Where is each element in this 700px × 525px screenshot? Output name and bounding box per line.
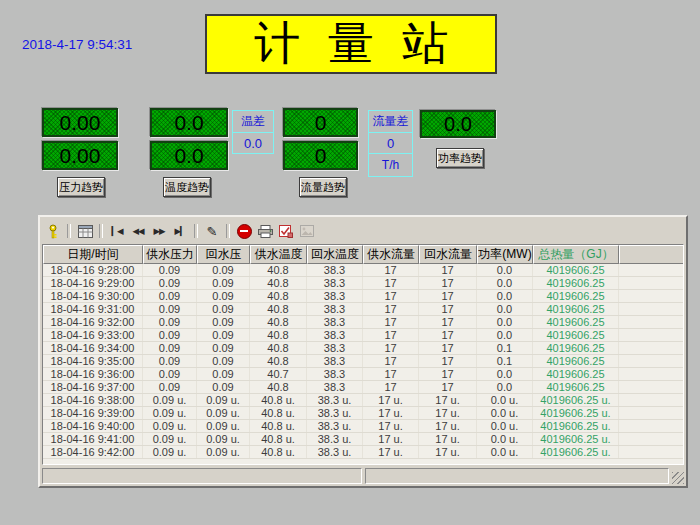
table-row[interactable]: 18-04-16 9:35:000.090.0940.838.317170.14… <box>43 355 683 368</box>
table-cell: 17 <box>363 303 419 315</box>
table-row[interactable]: 18-04-16 9:36:000.090.0940.738.317170.04… <box>43 368 683 381</box>
table-cell: 40.8 u. <box>250 446 307 458</box>
image-icon[interactable] <box>298 223 316 239</box>
table-cell: 0.09 <box>143 342 197 354</box>
table-cell: 38.3 <box>307 381 363 393</box>
table-cell: 0.09 u. <box>143 394 197 406</box>
table-row[interactable]: 18-04-16 9:28:000.090.0940.838.317170.04… <box>43 264 683 277</box>
table-cell: 18-04-16 9:37:00 <box>43 381 143 393</box>
row-filler <box>619 342 683 354</box>
grid-view-icon[interactable] <box>76 223 94 239</box>
table-row[interactable]: 18-04-16 9:38:000.09 u.0.09 u.40.8 u.38.… <box>43 394 683 407</box>
header-cell: 总热量（GJ） <box>533 245 619 264</box>
table-cell: 0.0 <box>477 381 533 393</box>
flow-diff-unit: T/h <box>368 153 413 177</box>
table-cell: 18-04-16 9:30:00 <box>43 290 143 302</box>
power-trend-button[interactable]: 功率趋势 <box>436 148 484 168</box>
toolbar-separator <box>194 224 198 238</box>
first-record-icon[interactable]: ▎◀ <box>108 223 126 239</box>
table-cell: 40.8 u. <box>250 433 307 445</box>
table-cell: 17 u. <box>363 433 419 445</box>
table-cell: 17 u. <box>419 394 477 406</box>
table-cell: 40.8 <box>250 316 307 328</box>
table-row[interactable]: 18-04-16 9:33:000.090.0940.838.317170.04… <box>43 329 683 342</box>
table-cell: 0.09 <box>143 355 197 367</box>
table-cell: 18-04-16 9:32:00 <box>43 316 143 328</box>
table-cell: 0.09 <box>143 303 197 315</box>
table-row[interactable]: 18-04-16 9:39:000.09 u.0.09 u.40.8 u.38.… <box>43 407 683 420</box>
table-cell: 4019606.25 <box>533 342 619 354</box>
table-row[interactable]: 18-04-16 9:32:000.090.0940.838.317170.04… <box>43 316 683 329</box>
return-temperature-display: 0.0 <box>150 141 228 170</box>
table-row[interactable]: 18-04-16 9:30:000.090.0940.838.317170.04… <box>43 290 683 303</box>
table-cell: 18-04-16 9:31:00 <box>43 303 143 315</box>
temperature-trend-button[interactable]: 温度趋势 <box>163 177 211 197</box>
table-cell: 38.3 u. <box>307 420 363 432</box>
table-cell: 0.09 <box>143 277 197 289</box>
resize-grip-icon[interactable] <box>672 472 684 484</box>
table-cell: 17 u. <box>419 433 477 445</box>
status-pane-left <box>42 468 362 484</box>
printer-icon[interactable] <box>256 223 274 239</box>
table-cell: 38.3 <box>307 264 363 276</box>
table-cell: 0.0 <box>477 316 533 328</box>
fast-backward-icon[interactable]: ◀◀ <box>129 223 147 239</box>
row-filler <box>619 381 683 393</box>
table-row[interactable]: 18-04-16 9:41:000.09 u.0.09 u.40.8 u.38.… <box>43 433 683 446</box>
table-cell: 40.7 <box>250 368 307 380</box>
table-cell: 38.3 <box>307 277 363 289</box>
last-record-icon[interactable]: ▶▎ <box>171 223 189 239</box>
table-cell: 18-04-16 9:34:00 <box>43 342 143 354</box>
table-cell: 18-04-16 9:39:00 <box>43 407 143 419</box>
supply-temperature-display: 0.0 <box>150 108 228 137</box>
grid-body: 18-04-16 9:28:000.090.0940.838.317170.04… <box>43 264 683 459</box>
key-icon[interactable] <box>44 223 62 239</box>
table-cell: 17 <box>419 277 477 289</box>
table-cell: 17 <box>419 290 477 302</box>
table-toolbar: ▎◀ ◀◀ ▶▶ ▶▎ ✎ <box>40 217 686 243</box>
table-cell: 40.8 <box>250 329 307 341</box>
table-cell: 17 u. <box>419 446 477 458</box>
stop-icon[interactable] <box>235 223 253 239</box>
header-cell: 供水温度 <box>250 245 307 264</box>
table-cell: 0.0 u. <box>477 394 533 406</box>
row-filler <box>619 329 683 341</box>
records-grid: 日期/时间供水压力回水压供水温度回水温度供水流量回水流量功率(MW)总热量（GJ… <box>42 244 684 465</box>
supply-flow-display: 0 <box>283 108 358 137</box>
temp-diff-label: 温差 <box>232 110 274 133</box>
table-cell: 18-04-16 9:38:00 <box>43 394 143 406</box>
table-row[interactable]: 18-04-16 9:40:000.09 u.0.09 u.40.8 u.38.… <box>43 420 683 433</box>
table-cell: 38.3 <box>307 368 363 380</box>
table-cell: 4019606.25 u. <box>533 407 619 419</box>
table-row[interactable]: 18-04-16 9:42:000.09 u.0.09 u.40.8 u.38.… <box>43 446 683 459</box>
table-row[interactable]: 18-04-16 9:34:000.090.0940.838.317170.14… <box>43 342 683 355</box>
table-cell: 0.09 <box>143 368 197 380</box>
table-cell: 0.09 <box>143 329 197 341</box>
table-cell: 0.09 <box>197 290 250 302</box>
table-cell: 18-04-16 9:36:00 <box>43 368 143 380</box>
table-row[interactable]: 18-04-16 9:29:000.090.0940.838.317170.04… <box>43 277 683 290</box>
fast-forward-icon[interactable]: ▶▶ <box>150 223 168 239</box>
status-bar <box>40 467 686 486</box>
table-cell: 0.0 <box>477 277 533 289</box>
table-cell: 4019606.25 u. <box>533 394 619 406</box>
table-cell: 40.8 <box>250 277 307 289</box>
pressure-trend-button[interactable]: 压力趋势 <box>57 177 105 197</box>
header-cell: 日期/时间 <box>43 245 143 264</box>
row-filler <box>619 446 683 458</box>
flow-trend-button[interactable]: 流量趋势 <box>299 177 347 197</box>
table-cell: 0.09 <box>143 290 197 302</box>
pencil-icon[interactable]: ✎ <box>203 223 221 239</box>
table-row[interactable]: 18-04-16 9:37:000.090.0940.838.317170.04… <box>43 381 683 394</box>
return-flow-display: 0 <box>283 141 358 170</box>
table-cell: 0.09 u. <box>197 433 250 445</box>
row-filler <box>619 316 683 328</box>
table-cell: 4019606.25 <box>533 303 619 315</box>
table-cell: 4019606.25 u. <box>533 420 619 432</box>
return-pressure-display: 0.00 <box>42 141 118 170</box>
table-cell: 0.09 u. <box>197 446 250 458</box>
supply-pressure-display: 0.00 <box>42 108 118 137</box>
export-check-icon[interactable] <box>277 223 295 239</box>
table-cell: 38.3 <box>307 316 363 328</box>
table-row[interactable]: 18-04-16 9:31:000.090.0940.838.317170.04… <box>43 303 683 316</box>
